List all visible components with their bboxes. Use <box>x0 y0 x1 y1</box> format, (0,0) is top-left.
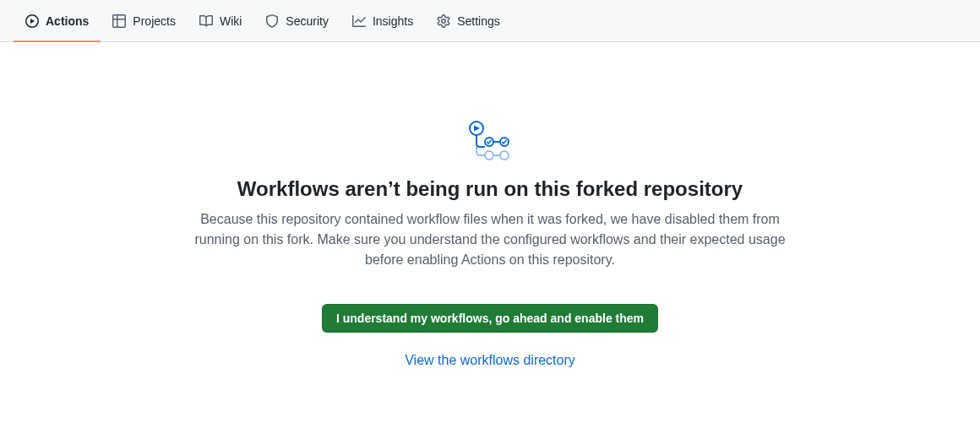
workflow-hero-icon <box>466 118 514 165</box>
tab-label: Insights <box>373 14 413 28</box>
book-icon <box>199 14 213 28</box>
repo-tabnav: Actions Projects Wiki Security Insights … <box>0 0 980 42</box>
view-workflows-directory-link[interactable]: View the workflows directory <box>161 353 819 368</box>
play-circle-icon <box>25 14 39 28</box>
blankslate-subtext: Because this repository contained workfl… <box>194 209 786 270</box>
gear-icon <box>437 14 450 28</box>
tab-label: Security <box>286 14 329 28</box>
tab-label: Projects <box>133 14 176 28</box>
table-icon <box>112 14 126 28</box>
tab-wiki[interactable]: Wiki <box>188 2 253 42</box>
tab-security[interactable]: Security <box>253 2 340 42</box>
enable-workflows-button[interactable]: I understand my workflows, go ahead and … <box>322 304 658 333</box>
tab-label: Actions <box>46 14 89 28</box>
tab-label: Wiki <box>220 14 242 28</box>
shield-icon <box>265 14 279 28</box>
tab-settings[interactable]: Settings <box>425 2 512 42</box>
tab-label: Settings <box>457 14 500 28</box>
svg-point-6 <box>500 151 509 160</box>
blankslate-headline: Workflows aren’t being run on this forke… <box>161 177 819 201</box>
tab-projects[interactable]: Projects <box>101 2 188 42</box>
graph-icon <box>352 14 366 28</box>
blankslate: Workflows aren’t being run on this forke… <box>161 42 819 368</box>
svg-point-4 <box>485 151 493 160</box>
tab-insights[interactable]: Insights <box>340 2 425 42</box>
tab-actions[interactable]: Actions <box>14 2 101 42</box>
